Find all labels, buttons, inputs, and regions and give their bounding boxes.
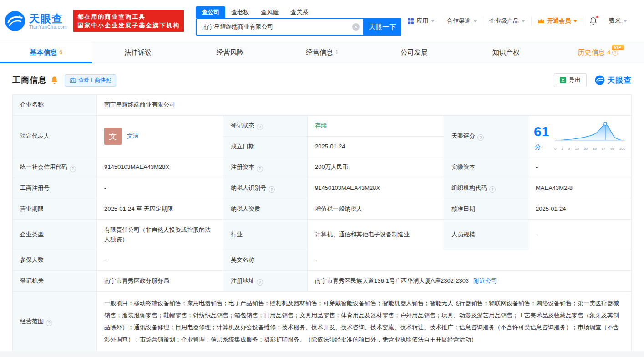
nav-vip[interactable]: 开通会员 (531, 17, 583, 25)
help-icon[interactable]: ? (70, 166, 76, 172)
table-row: 企业名称 南宁星耀终端商业有限公司 (13, 95, 632, 116)
reg-number-label: 工商注册号 (13, 178, 97, 199)
business-term-label: 营业期限 (13, 199, 97, 219)
tianyancha-logo[interactable]: 天眼查 TianYanCha.com (5, 10, 67, 31)
insured-label: 参保人数 (13, 250, 97, 271)
nav-partner[interactable]: 合作渠道 (441, 17, 483, 25)
help-icon[interactable]: ? (269, 186, 275, 193)
tab-risk[interactable]: 经营风险 (184, 42, 276, 63)
nav-user-label: 费米 (609, 17, 621, 25)
legal-rep-avatar[interactable]: 文 (104, 128, 122, 145)
legal-rep-cell: 文 文洁 (97, 115, 223, 157)
nav-partner-label: 合作渠道 (447, 17, 471, 25)
tianyancha-watermark-icon (595, 75, 605, 85)
org-code-value: MAEA43M2-8 (528, 178, 632, 199)
apps-grid-icon (408, 18, 414, 24)
english-name-label: 英文名称 (223, 250, 308, 271)
insured-value: - (97, 250, 223, 271)
chevron-down-icon (573, 20, 577, 22)
business-term-value: 2025-01-24 至 无固定期限 (97, 199, 223, 219)
help-icon[interactable]: ? (257, 124, 263, 130)
reg-status-value: 存续 (308, 115, 444, 136)
tab-history-label: 历史信息 (578, 48, 605, 57)
section-title: 工商信息 (12, 75, 47, 86)
help-icon[interactable]: ? (257, 166, 263, 172)
nav-notifications[interactable] (583, 17, 603, 25)
bell-icon (589, 17, 597, 25)
company-tabbar: 基本信息 6 法律诉讼 经营风险 经营信息 1 公司发展 知识产权 VIP 历史… (0, 42, 644, 63)
nav-user[interactable]: 费米 (603, 17, 633, 25)
clear-icon[interactable] (352, 23, 360, 31)
tianyancha-watermark-label: 天眼查 (607, 75, 632, 86)
english-name-value: - (308, 250, 632, 271)
tab-development-label: 公司发展 (401, 48, 428, 57)
score-unit: 分 (535, 143, 541, 150)
table-row: 登记机关 南宁市青秀区政务服务局 注册地址? 南宁市青秀区民族大道136-1号广… (13, 271, 632, 292)
chart-tick: 83 (593, 146, 597, 152)
tab-ip[interactable]: 知识产权 (460, 42, 552, 63)
tab-basic-info[interactable]: 基本信息 6 (0, 42, 92, 63)
chart-tick: 0 (554, 146, 556, 152)
search-tab-company[interactable]: 查公司 (196, 6, 225, 18)
tab-operation-label: 经营信息 (306, 48, 333, 57)
export-button[interactable]: 导出 (554, 73, 587, 87)
search-button[interactable]: 天眼一下 (363, 18, 401, 36)
taxpayer-id-value: 91450103MAEA43M28X (308, 178, 444, 199)
nearby-companies-link[interactable]: 附近公司 (473, 277, 497, 284)
score-value-wrap[interactable]: 61分 (534, 121, 550, 152)
monitor-bell-icon[interactable] (51, 76, 58, 84)
search-area: 查公司 查老板 查风险 查关系 天眼一下 (196, 6, 401, 36)
legal-rep-label: 法定代表人 (13, 115, 97, 157)
page: 天眼查 TianYanCha.com 都在用的商业查询工具 国家中小企业发展子基… (0, 0, 644, 357)
search-box: 天眼一下 (196, 18, 401, 36)
search-tab-risk[interactable]: 查风险 (255, 6, 284, 18)
tab-ip-label: 知识产权 (492, 48, 520, 57)
tab-operation[interactable]: 经营信息 1 (276, 42, 368, 63)
business-scope-label: 经营范围? (13, 291, 97, 352)
credit-code-label: 统一社会信用代码? (13, 157, 97, 178)
nav-apps-label: 应用 (416, 17, 428, 25)
search-tabs: 查公司 查老板 查风险 查关系 (196, 6, 401, 18)
score-cell: 61分 (528, 115, 632, 157)
notification-dot (596, 16, 598, 18)
search-input[interactable] (202, 24, 352, 31)
help-icon[interactable]: ? (477, 134, 484, 141)
help-icon[interactable]: ? (257, 279, 263, 286)
export-button-label: 导出 (569, 76, 581, 84)
reg-number-value: - (97, 178, 223, 199)
tab-history[interactable]: VIP 历史信息 4 ? (552, 42, 644, 63)
vip-badge: VIP (612, 45, 624, 50)
staff-size-value: - (528, 219, 632, 250)
brand-name: 天眼查 (29, 13, 67, 25)
chevron-down-icon (431, 20, 435, 22)
chart-tick: 3 (568, 146, 570, 152)
address-value: 南宁市青秀区民族大道136-1号广西华润大厦A座2302-2303附近公司 (308, 271, 632, 292)
nav-enterprise[interactable]: 企业级产品 (483, 17, 531, 25)
score-value: 61 (534, 124, 549, 139)
nav-apps[interactable]: 应用 (402, 17, 441, 25)
reg-capital-label: 注册资本? (223, 157, 308, 178)
search-tab-boss[interactable]: 查老板 (225, 6, 255, 18)
table-row: 参保人数 - 英文名称 - (13, 250, 632, 271)
excel-icon (560, 77, 566, 83)
approval-date-label: 核准日期 (444, 199, 528, 219)
table-row: 营业期限 2025-01-24 至 无固定期限 纳税人资质 增值税一般纳税人 核… (13, 199, 632, 219)
help-icon[interactable]: ? (489, 186, 496, 193)
tab-legal[interactable]: 法律诉讼 (92, 42, 184, 63)
reg-capital-value: 200万人民币 (308, 157, 444, 178)
table-row: 统一社会信用代码? 91450103MAEA43M28X 注册资本? 200万人… (13, 157, 632, 178)
nav-enterprise-label: 企业级产品 (489, 17, 519, 25)
brand-domain: TianYanCha.com (29, 25, 67, 30)
tab-development[interactable]: 公司发展 (368, 42, 460, 63)
history-help-icon[interactable]: ? (612, 50, 618, 56)
help-icon[interactable]: ? (46, 320, 52, 326)
tab-operation-count: 1 (335, 49, 339, 56)
industry-value: 计算机、通信和其他电子设备制造业 (308, 219, 444, 250)
business-scope-value: 一般项目：移动终端设备销售；家用电器销售；电子产品销售；照相机及器材销售；可穿戴… (97, 291, 632, 352)
snapshot-button[interactable]: 查看工商快照 (65, 74, 116, 87)
top-nav: 应用 合作渠道 企业级产品 开通会员 (402, 17, 633, 25)
legal-rep-link[interactable]: 文洁 (127, 132, 139, 141)
score-chart-ticks: 0 1 3 15 50 83 97 99 100 (554, 146, 626, 152)
search-tab-relation[interactable]: 查关系 (284, 6, 314, 18)
score-chart: 0 1 3 15 50 83 97 99 100 (554, 120, 626, 152)
